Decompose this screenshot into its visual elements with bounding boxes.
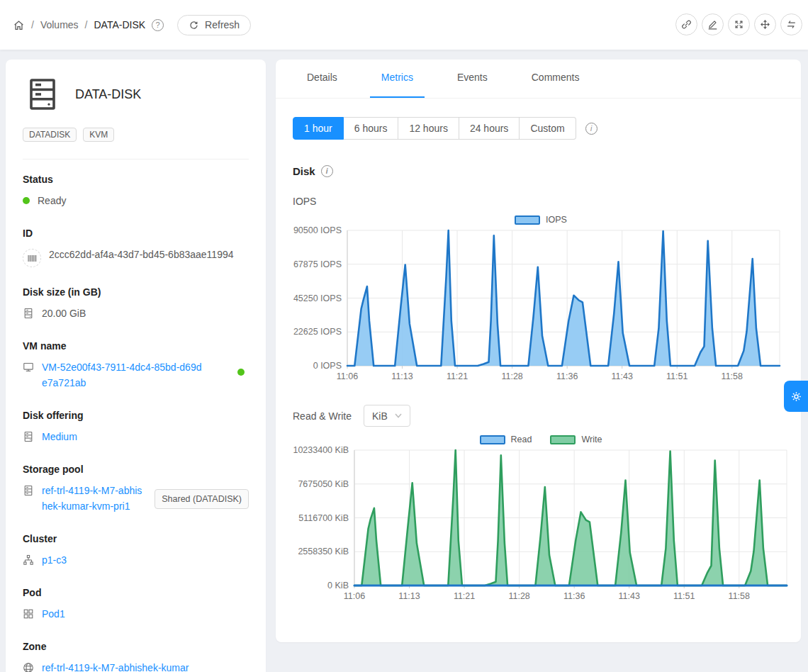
field-value[interactable]: Medium — [42, 429, 77, 444]
svg-text:11:58: 11:58 — [729, 591, 750, 601]
swap-arrows-button[interactable] — [780, 13, 802, 35]
legend-swatch-read — [480, 435, 505, 444]
svg-text:11:36: 11:36 — [563, 591, 585, 601]
legend-label-write: Write — [581, 435, 602, 444]
field-label-id: ID — [23, 228, 249, 239]
svg-text:11:43: 11:43 — [612, 371, 633, 381]
time-range-1-hour[interactable]: 1 hour — [293, 117, 344, 140]
field-label-storage-pool: Storage pool — [23, 464, 249, 475]
field-label-pod: Pod — [23, 587, 249, 598]
field-cluster: Clusterp1-c3 — [23, 533, 249, 568]
breadcrumb-separator: / — [31, 19, 34, 30]
move-icon — [759, 18, 771, 30]
svg-text:11:21: 11:21 — [447, 371, 468, 381]
field-value[interactable]: VM-52e00f43-7911-4dc4-85bd-d69de7a721ab — [42, 359, 206, 391]
time-range-6-hours[interactable]: 6 hours — [344, 117, 399, 140]
svg-text:11:51: 11:51 — [666, 371, 688, 381]
field-value[interactable]: p1-c3 — [42, 552, 67, 568]
vm-status-dot — [237, 369, 245, 376]
field-value-row: Pod1 — [23, 606, 249, 622]
legend-write: Write — [550, 435, 602, 444]
tab-metrics[interactable]: Metrics — [370, 60, 425, 98]
grid-icon — [23, 608, 34, 620]
rw-legend: ReadWrite — [293, 433, 789, 446]
unit-select-value: KiB — [372, 410, 388, 422]
resource-tags: DATADISKKVM — [23, 128, 249, 142]
detail-panel: DetailsMetricsEventsComments 1 hour6 hou… — [276, 60, 801, 642]
legend-swatch-iops — [515, 215, 540, 225]
svg-text:45250 IOPS: 45250 IOPS — [293, 293, 342, 303]
resource-panel: DATA-DISK DATADISKKVM StatusReadyID2ccc6… — [6, 60, 266, 672]
svg-text:11:36: 11:36 — [556, 371, 578, 381]
field-value-row: p1-c3 — [23, 552, 249, 568]
svg-text:11:43: 11:43 — [619, 591, 640, 601]
field-label-status: Status — [23, 174, 249, 185]
field-vm-name: VM nameVM-52e00f43-7911-4dc4-85bd-d69de7… — [23, 340, 249, 391]
resource-fields: StatusReadyID2ccc62dd-af4a-43d7-bd45-6b8… — [23, 174, 249, 672]
move-button[interactable] — [754, 13, 776, 35]
tab-events[interactable]: Events — [446, 60, 499, 98]
edit-button[interactable] — [702, 13, 724, 35]
field-value-row: Medium — [23, 429, 249, 444]
volume-icon — [28, 78, 57, 111]
home-icon[interactable] — [13, 19, 25, 31]
help-icon[interactable]: ? — [152, 19, 164, 31]
field-status: StatusReady — [23, 174, 249, 208]
svg-text:0 IOPS: 0 IOPS — [313, 361, 342, 371]
link-icon — [680, 18, 692, 30]
field-zone: Zoneref-trl-4119-k-M7-abhishek-kumar — [23, 641, 249, 672]
disk-icon — [23, 431, 34, 442]
field-value-row: ref-trl-4119-k-M7-abhishek-kumar-kvm-pri… — [23, 483, 249, 514]
svg-text:22625 IOPS: 22625 IOPS — [293, 327, 342, 337]
time-range-group: 1 hour6 hours12 hours24 hoursCustom — [293, 117, 576, 140]
time-range-custom[interactable]: Custom — [520, 117, 576, 140]
legend-iops: IOPS — [515, 215, 567, 225]
breadcrumb-separator: / — [85, 19, 88, 30]
breadcrumb: / Volumes / DATA-DISK ? Refresh — [13, 0, 251, 50]
resize-arrows-button[interactable] — [728, 13, 750, 35]
link-button[interactable] — [675, 13, 697, 35]
globe-icon — [23, 662, 34, 672]
settings-drawer-button[interactable] — [784, 381, 808, 412]
field-label-cluster: Cluster — [23, 533, 249, 544]
gear-icon — [790, 390, 803, 403]
field-label-zone: Zone — [23, 641, 249, 652]
field-disk-offering: Disk offeringMedium — [23, 410, 249, 444]
field-value: 2ccc62dd-af4a-43d7-bd45-6b83aae11994 — [49, 247, 234, 262]
svg-text:10233400 KiB: 10233400 KiB — [293, 446, 349, 455]
tag-kvm: KVM — [83, 128, 114, 142]
svg-text:90500 IOPS: 90500 IOPS — [293, 226, 342, 235]
iops-chart-title: IOPS — [293, 196, 784, 207]
tab-details[interactable]: Details — [296, 60, 349, 98]
field-value: 20.00 GiB — [42, 306, 86, 321]
field-value-row: VM-52e00f43-7911-4dc4-85bd-d69de7a721ab — [23, 359, 249, 391]
field-value[interactable]: Pod1 — [42, 606, 65, 622]
divider — [23, 159, 249, 159]
field-value[interactable]: ref-trl-4119-k-M7-abhishek-kumar-kvm-pri… — [42, 483, 147, 514]
field-pod: PodPod1 — [23, 587, 249, 622]
legend-label-read: Read — [511, 435, 532, 444]
edit-icon — [707, 18, 719, 30]
desktop-icon — [23, 362, 34, 373]
disk-info-icon[interactable]: i — [321, 165, 333, 177]
field-value[interactable]: ref-trl-4119-k-M7-abhishek-kumar — [42, 660, 189, 672]
svg-text:11:06: 11:06 — [344, 591, 365, 601]
resource-title: DATA-DISK — [75, 87, 141, 102]
breadcrumb-volumes[interactable]: Volumes — [40, 19, 79, 30]
field-value-row: 20.00 GiB — [23, 306, 249, 321]
field-value-row: ref-trl-4119-k-M7-abhishek-kumar — [23, 660, 249, 672]
time-range-info-icon[interactable]: i — [585, 123, 597, 135]
page-content: DATA-DISK DATADISKKVM StatusReadyID2ccc6… — [0, 50, 808, 672]
disk-section-title: Disk — [293, 165, 315, 177]
legend-read: Read — [480, 435, 532, 444]
tab-comments[interactable]: Comments — [520, 60, 591, 98]
refresh-icon — [189, 20, 199, 30]
chevron-down-icon — [395, 413, 402, 418]
time-range-12-hours[interactable]: 12 hours — [398, 117, 459, 140]
unit-select[interactable]: KiB — [364, 405, 410, 427]
volume-actions — [675, 13, 802, 35]
svg-text:11:28: 11:28 — [501, 371, 522, 381]
refresh-button[interactable]: Refresh — [177, 15, 251, 35]
time-range-24-hours[interactable]: 24 hours — [459, 117, 520, 140]
rw-chart-title: Read & Write — [293, 410, 352, 422]
